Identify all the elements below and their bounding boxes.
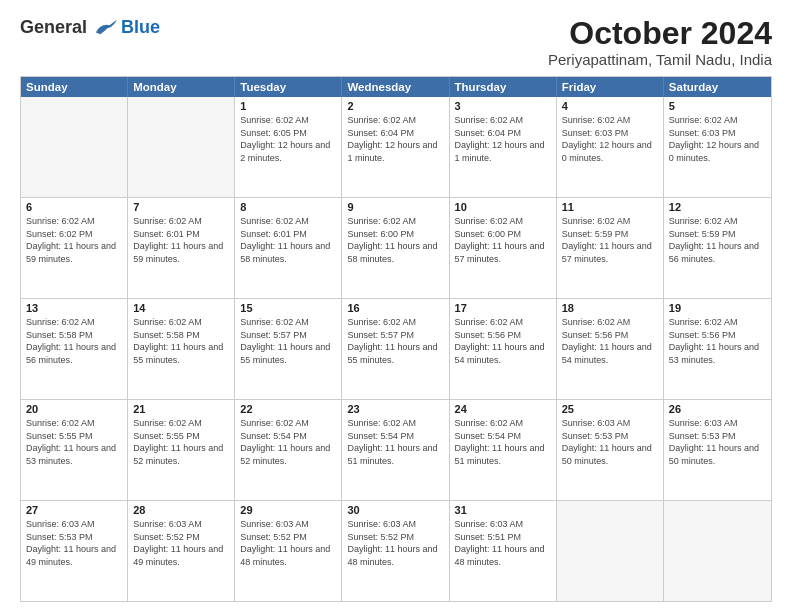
- cal-cell-1-6: 12Sunrise: 6:02 AM Sunset: 5:59 PM Dayli…: [664, 198, 771, 298]
- cell-date: 25: [562, 403, 658, 415]
- cell-date: 26: [669, 403, 766, 415]
- cell-info: Sunrise: 6:02 AM Sunset: 5:57 PM Dayligh…: [240, 316, 336, 366]
- cell-date: 6: [26, 201, 122, 213]
- cell-info: Sunrise: 6:02 AM Sunset: 6:01 PM Dayligh…: [240, 215, 336, 265]
- cell-info: Sunrise: 6:02 AM Sunset: 5:56 PM Dayligh…: [455, 316, 551, 366]
- cal-cell-0-3: 2Sunrise: 6:02 AM Sunset: 6:04 PM Daylig…: [342, 97, 449, 197]
- logo: General Blue: [20, 16, 160, 38]
- cal-cell-2-6: 19Sunrise: 6:02 AM Sunset: 5:56 PM Dayli…: [664, 299, 771, 399]
- cal-cell-4-5: [557, 501, 664, 601]
- cal-row-4: 27Sunrise: 6:03 AM Sunset: 5:53 PM Dayli…: [21, 500, 771, 601]
- page: General Blue October 2024 Periyapattinam…: [0, 0, 792, 612]
- cell-date: 14: [133, 302, 229, 314]
- cell-date: 21: [133, 403, 229, 415]
- cal-cell-2-3: 16Sunrise: 6:02 AM Sunset: 5:57 PM Dayli…: [342, 299, 449, 399]
- cell-info: Sunrise: 6:02 AM Sunset: 5:58 PM Dayligh…: [26, 316, 122, 366]
- cal-row-0: 1Sunrise: 6:02 AM Sunset: 6:05 PM Daylig…: [21, 97, 771, 197]
- cell-info: Sunrise: 6:02 AM Sunset: 5:59 PM Dayligh…: [669, 215, 766, 265]
- cal-row-1: 6Sunrise: 6:02 AM Sunset: 6:02 PM Daylig…: [21, 197, 771, 298]
- cell-info: Sunrise: 6:02 AM Sunset: 6:00 PM Dayligh…: [455, 215, 551, 265]
- cell-date: 18: [562, 302, 658, 314]
- cal-cell-2-1: 14Sunrise: 6:02 AM Sunset: 5:58 PM Dayli…: [128, 299, 235, 399]
- cal-cell-0-0: [21, 97, 128, 197]
- cell-date: 20: [26, 403, 122, 415]
- cell-date: 10: [455, 201, 551, 213]
- cell-date: 15: [240, 302, 336, 314]
- cal-cell-4-0: 27Sunrise: 6:03 AM Sunset: 5:53 PM Dayli…: [21, 501, 128, 601]
- cell-info: Sunrise: 6:02 AM Sunset: 5:54 PM Dayligh…: [240, 417, 336, 467]
- cell-info: Sunrise: 6:02 AM Sunset: 5:54 PM Dayligh…: [347, 417, 443, 467]
- cell-date: 3: [455, 100, 551, 112]
- header-monday: Monday: [128, 77, 235, 97]
- cell-date: 30: [347, 504, 443, 516]
- cell-info: Sunrise: 6:02 AM Sunset: 5:54 PM Dayligh…: [455, 417, 551, 467]
- cal-cell-4-3: 30Sunrise: 6:03 AM Sunset: 5:52 PM Dayli…: [342, 501, 449, 601]
- cell-date: 8: [240, 201, 336, 213]
- cell-info: Sunrise: 6:03 AM Sunset: 5:51 PM Dayligh…: [455, 518, 551, 568]
- cal-cell-4-6: [664, 501, 771, 601]
- calendar-body: 1Sunrise: 6:02 AM Sunset: 6:05 PM Daylig…: [21, 97, 771, 601]
- cell-info: Sunrise: 6:02 AM Sunset: 6:02 PM Dayligh…: [26, 215, 122, 265]
- cal-cell-3-6: 26Sunrise: 6:03 AM Sunset: 5:53 PM Dayli…: [664, 400, 771, 500]
- cell-date: 16: [347, 302, 443, 314]
- cal-cell-3-5: 25Sunrise: 6:03 AM Sunset: 5:53 PM Dayli…: [557, 400, 664, 500]
- cell-info: Sunrise: 6:02 AM Sunset: 6:05 PM Dayligh…: [240, 114, 336, 164]
- cell-date: 31: [455, 504, 551, 516]
- logo-general-text: General: [20, 17, 87, 38]
- cell-info: Sunrise: 6:02 AM Sunset: 6:01 PM Dayligh…: [133, 215, 229, 265]
- cal-cell-2-2: 15Sunrise: 6:02 AM Sunset: 5:57 PM Dayli…: [235, 299, 342, 399]
- header-tuesday: Tuesday: [235, 77, 342, 97]
- cell-date: 2: [347, 100, 443, 112]
- cal-cell-2-5: 18Sunrise: 6:02 AM Sunset: 5:56 PM Dayli…: [557, 299, 664, 399]
- cal-cell-3-1: 21Sunrise: 6:02 AM Sunset: 5:55 PM Dayli…: [128, 400, 235, 500]
- month-title: October 2024: [548, 16, 772, 51]
- cell-date: 11: [562, 201, 658, 213]
- cal-cell-0-5: 4Sunrise: 6:02 AM Sunset: 6:03 PM Daylig…: [557, 97, 664, 197]
- cell-date: 19: [669, 302, 766, 314]
- cell-info: Sunrise: 6:02 AM Sunset: 5:55 PM Dayligh…: [26, 417, 122, 467]
- cal-cell-1-1: 7Sunrise: 6:02 AM Sunset: 6:01 PM Daylig…: [128, 198, 235, 298]
- cell-date: 1: [240, 100, 336, 112]
- cal-cell-0-2: 1Sunrise: 6:02 AM Sunset: 6:05 PM Daylig…: [235, 97, 342, 197]
- cell-date: 28: [133, 504, 229, 516]
- cell-date: 17: [455, 302, 551, 314]
- cell-info: Sunrise: 6:03 AM Sunset: 5:53 PM Dayligh…: [669, 417, 766, 467]
- cell-info: Sunrise: 6:03 AM Sunset: 5:52 PM Dayligh…: [240, 518, 336, 568]
- header-saturday: Saturday: [664, 77, 771, 97]
- cal-cell-4-1: 28Sunrise: 6:03 AM Sunset: 5:52 PM Dayli…: [128, 501, 235, 601]
- cal-cell-4-2: 29Sunrise: 6:03 AM Sunset: 5:52 PM Dayli…: [235, 501, 342, 601]
- cal-cell-1-2: 8Sunrise: 6:02 AM Sunset: 6:01 PM Daylig…: [235, 198, 342, 298]
- cell-info: Sunrise: 6:03 AM Sunset: 5:53 PM Dayligh…: [26, 518, 122, 568]
- cell-info: Sunrise: 6:02 AM Sunset: 6:03 PM Dayligh…: [669, 114, 766, 164]
- header-sunday: Sunday: [21, 77, 128, 97]
- cell-date: 23: [347, 403, 443, 415]
- cal-row-2: 13Sunrise: 6:02 AM Sunset: 5:58 PM Dayli…: [21, 298, 771, 399]
- cell-info: Sunrise: 6:02 AM Sunset: 6:04 PM Dayligh…: [455, 114, 551, 164]
- cell-info: Sunrise: 6:03 AM Sunset: 5:52 PM Dayligh…: [133, 518, 229, 568]
- cell-info: Sunrise: 6:02 AM Sunset: 6:03 PM Dayligh…: [562, 114, 658, 164]
- cal-cell-3-0: 20Sunrise: 6:02 AM Sunset: 5:55 PM Dayli…: [21, 400, 128, 500]
- logo-blue-text: Blue: [121, 17, 160, 38]
- cal-cell-3-2: 22Sunrise: 6:02 AM Sunset: 5:54 PM Dayli…: [235, 400, 342, 500]
- header-wednesday: Wednesday: [342, 77, 449, 97]
- location-title: Periyapattinam, Tamil Nadu, India: [548, 51, 772, 68]
- cal-cell-1-4: 10Sunrise: 6:02 AM Sunset: 6:00 PM Dayli…: [450, 198, 557, 298]
- cell-date: 24: [455, 403, 551, 415]
- cell-date: 5: [669, 100, 766, 112]
- cal-row-3: 20Sunrise: 6:02 AM Sunset: 5:55 PM Dayli…: [21, 399, 771, 500]
- cal-cell-3-4: 24Sunrise: 6:02 AM Sunset: 5:54 PM Dayli…: [450, 400, 557, 500]
- cal-cell-4-4: 31Sunrise: 6:03 AM Sunset: 5:51 PM Dayli…: [450, 501, 557, 601]
- header: General Blue October 2024 Periyapattinam…: [20, 16, 772, 68]
- cell-date: 22: [240, 403, 336, 415]
- cal-cell-2-0: 13Sunrise: 6:02 AM Sunset: 5:58 PM Dayli…: [21, 299, 128, 399]
- cal-cell-3-3: 23Sunrise: 6:02 AM Sunset: 5:54 PM Dayli…: [342, 400, 449, 500]
- cell-date: 9: [347, 201, 443, 213]
- cal-cell-0-1: [128, 97, 235, 197]
- cell-info: Sunrise: 6:03 AM Sunset: 5:53 PM Dayligh…: [562, 417, 658, 467]
- cell-date: 13: [26, 302, 122, 314]
- cell-info: Sunrise: 6:02 AM Sunset: 6:04 PM Dayligh…: [347, 114, 443, 164]
- cell-info: Sunrise: 6:02 AM Sunset: 5:56 PM Dayligh…: [562, 316, 658, 366]
- cell-info: Sunrise: 6:02 AM Sunset: 6:00 PM Dayligh…: [347, 215, 443, 265]
- calendar: Sunday Monday Tuesday Wednesday Thursday…: [20, 76, 772, 602]
- header-friday: Friday: [557, 77, 664, 97]
